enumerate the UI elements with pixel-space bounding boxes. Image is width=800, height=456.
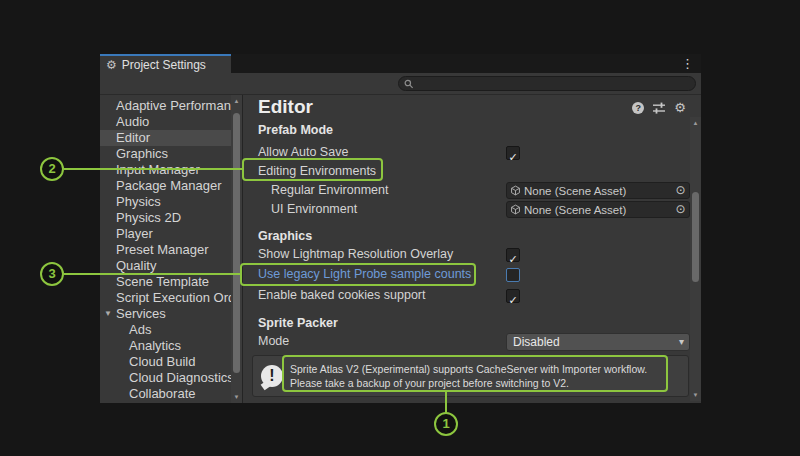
- sidebar-item-scene-template[interactable]: Scene Template: [100, 274, 232, 290]
- settings-sidebar: Adaptive Performance Audio Editor Graphi…: [100, 95, 243, 403]
- dropdown-value: Disabled: [513, 335, 560, 349]
- object-field-regular-environment[interactable]: None (Scene Asset) ⊙: [506, 182, 690, 199]
- tab-title: Project Settings: [122, 58, 206, 72]
- page-background: { "colors": { "annotation_green": "#8DC6…: [0, 0, 800, 456]
- preset-icon[interactable]: [652, 102, 666, 114]
- sidebar-scrollbar-thumb[interactable]: [233, 113, 240, 373]
- object-picker-icon[interactable]: ⊙: [672, 202, 689, 217]
- section-header-sprite-packer: Sprite Packer: [258, 315, 338, 332]
- callout-circle-1: 1: [434, 412, 458, 436]
- help-icon[interactable]: ?: [632, 102, 644, 114]
- label-ui-environment: UI Environment: [271, 201, 357, 218]
- main-scrollbar[interactable]: ▲ ▼: [690, 117, 701, 401]
- sidebar-item-adaptive-performance[interactable]: Adaptive Performance: [100, 98, 232, 114]
- chevron-down-icon: ▾: [679, 334, 684, 350]
- helpbox-line-2: Please take a backup of your project bef…: [290, 376, 647, 390]
- sidebar-item-editor[interactable]: Editor: [100, 130, 232, 146]
- sidebar-item-input-manager[interactable]: Input Manager: [100, 162, 232, 178]
- warning-icon: !: [261, 365, 283, 387]
- section-header-graphics: Graphics: [258, 228, 312, 245]
- sidebar-item-script-execution-order[interactable]: Script Execution Order: [100, 290, 232, 306]
- checkmark-icon: ✓: [508, 151, 517, 163]
- checkbox-show-lightmap-overlay[interactable]: ✓: [506, 248, 520, 262]
- sidebar-item-ads[interactable]: Ads: [100, 322, 232, 338]
- panel-header-icons: ? ⚙: [632, 101, 686, 114]
- search-input[interactable]: [417, 78, 695, 90]
- dropdown-sprite-packer-mode[interactable]: Disabled ▾: [506, 333, 690, 351]
- sidebar-item-collaborate[interactable]: Collaborate: [100, 386, 232, 402]
- search-icon: [404, 79, 414, 89]
- label-baked-cookies: Enable baked cookies support: [258, 287, 425, 304]
- section-header-prefab-mode: Prefab Mode: [258, 122, 333, 139]
- sidebar-item-package-manager[interactable]: Package Manager: [100, 178, 232, 194]
- object-field-value: None (Scene Asset): [524, 204, 672, 216]
- tab-strip: ⚙ Project Settings ⋮: [100, 54, 701, 73]
- helpbox-text: Sprite Atlas V2 (Experimental) supports …: [290, 362, 647, 390]
- object-field-ui-environment[interactable]: None (Scene Asset) ⊙: [506, 201, 690, 218]
- label-allow-auto-save: Allow Auto Save: [258, 144, 348, 161]
- object-picker-icon[interactable]: ⊙: [672, 183, 689, 198]
- label-legacy-light-probe: Use legacy Light Probe sample counts: [258, 266, 471, 283]
- editor-settings-panel: Editor ? ⚙ Prefab Mode Allow Auto Save ✓…: [243, 95, 701, 403]
- label-show-lightmap-overlay: Show Lightmap Resolution Overlay: [258, 246, 453, 263]
- project-settings-window: ⚙ Project Settings ⋮ Adaptive Performanc…: [100, 54, 701, 403]
- sidebar-item-services[interactable]: ▼ Services: [100, 306, 232, 322]
- gear-icon[interactable]: ⚙: [674, 101, 686, 114]
- kebab-menu-icon[interactable]: ⋮: [681, 55, 694, 72]
- sidebar-item-quality[interactable]: Quality: [100, 258, 232, 274]
- scene-asset-icon: [510, 185, 521, 196]
- sprite-atlas-helpbox: ! Sprite Atlas V2 (Experimental) support…: [252, 355, 689, 397]
- chevron-down-icon[interactable]: ▼: [104, 306, 112, 322]
- checkbox-baked-cookies[interactable]: ✓: [506, 289, 520, 303]
- scroll-down-icon[interactable]: ▼: [231, 392, 242, 402]
- helpbox-line-1: Sprite Atlas V2 (Experimental) supports …: [290, 362, 647, 376]
- checkmark-icon: ✓: [508, 253, 517, 265]
- sidebar-item-physics[interactable]: Physics: [100, 194, 232, 210]
- scroll-up-icon[interactable]: ▲: [690, 118, 701, 128]
- checkbox-legacy-light-probe[interactable]: [506, 268, 520, 282]
- sidebar-list: Adaptive Performance Audio Editor Graphi…: [100, 95, 242, 402]
- settings-content: Adaptive Performance Audio Editor Graphi…: [100, 95, 701, 403]
- sidebar-item-player[interactable]: Player: [100, 226, 232, 242]
- sidebar-item-physics-2d[interactable]: Physics 2D: [100, 210, 232, 226]
- callout-circle-3: 3: [40, 262, 64, 286]
- label-editing-environments: Editing Environments: [258, 163, 376, 180]
- label-regular-environment: Regular Environment: [271, 182, 388, 199]
- scene-asset-icon: [510, 204, 521, 215]
- sidebar-item-graphics[interactable]: Graphics: [100, 146, 232, 162]
- sidebar-item-label: Services: [116, 306, 166, 321]
- sidebar-item-preset-manager[interactable]: Preset Manager: [100, 242, 232, 258]
- search-row: [100, 73, 701, 95]
- checkbox-allow-auto-save[interactable]: ✓: [506, 146, 520, 160]
- sidebar-scrollbar[interactable]: ▲ ▼: [231, 95, 242, 403]
- tab-project-settings[interactable]: ⚙ Project Settings: [100, 54, 231, 73]
- checkmark-icon: ✓: [508, 294, 517, 306]
- search-field[interactable]: [398, 76, 696, 91]
- scroll-up-icon[interactable]: ▲: [231, 96, 242, 106]
- object-field-value: None (Scene Asset): [524, 185, 672, 197]
- main-scrollbar-thumb[interactable]: [692, 192, 699, 282]
- callout-circle-2: 2: [40, 157, 64, 181]
- scroll-down-icon[interactable]: ▼: [690, 390, 701, 400]
- page-title: Editor: [258, 96, 313, 118]
- sidebar-item-analytics[interactable]: Analytics: [100, 338, 232, 354]
- label-sprite-packer-mode: Mode: [258, 333, 289, 350]
- sidebar-item-cloud-build[interactable]: Cloud Build: [100, 354, 232, 370]
- sidebar-item-audio[interactable]: Audio: [100, 114, 232, 130]
- gear-icon: ⚙: [106, 59, 117, 71]
- sidebar-item-cloud-diagnostics[interactable]: Cloud Diagnostics: [100, 370, 232, 386]
